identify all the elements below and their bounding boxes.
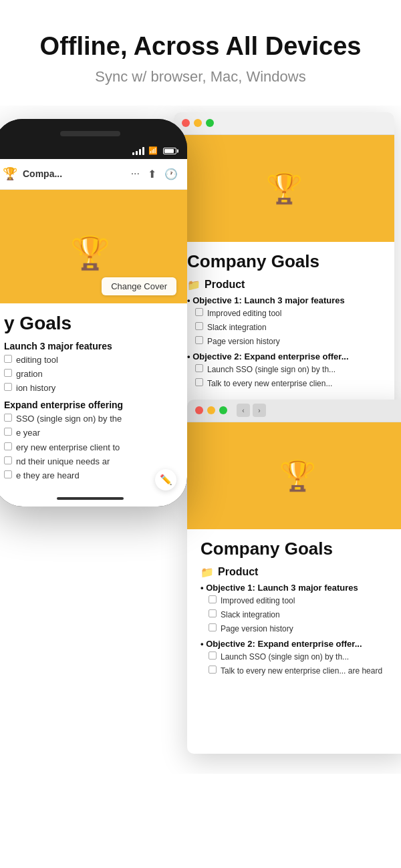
more-icon[interactable]: ··· — [131, 168, 140, 180]
checkbox-icon[interactable] — [209, 652, 217, 660]
phone-checkbox-item: e they are heard — [4, 470, 176, 482]
browser-titlebar-1 — [174, 112, 394, 135]
phone-cover: 🏆 Change Cover — [0, 190, 187, 303]
phone-objective-1: Launch 3 major features — [4, 341, 176, 351]
browser-item-text: Improved editing tool — [207, 307, 281, 319]
checkbox-icon[interactable] — [4, 456, 12, 464]
browser-section-label-2: Product — [218, 566, 258, 578]
browser-section-label-1: Product — [205, 279, 245, 291]
browser-list-item: Page version history — [209, 623, 394, 635]
phone-objective-2: Expand enterprise offering — [4, 400, 176, 410]
phone-checkbox-item: e year — [4, 427, 176, 439]
phone-toolbar-title: Compa... — [23, 168, 126, 179]
phone-checkbox-item: SSO (single sign on) by the — [4, 413, 176, 425]
browser-item-text: Page version history — [207, 335, 280, 347]
browser-page-title-1: Company Goals — [187, 251, 381, 272]
checkbox-icon[interactable] — [209, 623, 217, 631]
phone-bottom-bar — [0, 497, 187, 500]
browser-cover-2: 🏆 — [187, 422, 401, 529]
checkbox-icon[interactable] — [4, 383, 12, 391]
browser-item-text: Page version history — [221, 623, 293, 635]
checkbox-icon[interactable] — [4, 442, 12, 450]
maximize-window-icon[interactable] — [206, 119, 214, 127]
phone-item-text: nd their unique needs ar — [16, 456, 110, 468]
browser-section-header-1: 📁 Product — [187, 279, 381, 291]
browser-page-title-2: Company Goals — [200, 539, 394, 559]
wifi-icon: 📶 — [148, 146, 158, 155]
checkbox-icon[interactable] — [195, 308, 203, 316]
browser-cover-1: 🏆 — [174, 135, 394, 242]
phone-checkbox-item: editing tool — [4, 354, 176, 366]
checkbox-icon[interactable] — [4, 414, 12, 422]
maximize-window-icon[interactable] — [219, 406, 227, 414]
devices-section: 📶 🏆 Compa... ··· ⬆ 🕐 🏆 Change Cover y Go… — [0, 106, 401, 774]
phone-item-text: editing tool — [16, 354, 58, 366]
checkbox-icon[interactable] — [4, 428, 12, 436]
browser-content-2: 🏆 Company Goals 📁 Product Objective 1: L… — [187, 422, 401, 690]
browser-list-item: Talk to every new enterprise clien... ar… — [209, 665, 394, 677]
phone-notch-area — [0, 119, 187, 143]
phone-body-content: y Goals Launch 3 major features editing … — [0, 303, 187, 495]
browser-objective-1b: Objective 2: Expand enterprise offer... — [187, 351, 381, 361]
browser-body-2: Company Goals 📁 Product Objective 1: Lau… — [187, 529, 401, 690]
phone-status-bar: 📶 — [0, 143, 187, 159]
browser-item-text: Improved editing tool — [221, 595, 295, 607]
browser-objective-2b: Objective 2: Expand enterprise offer... — [200, 639, 394, 649]
checkbox-icon[interactable] — [4, 355, 12, 363]
edit-button[interactable]: ✏️ — [155, 469, 176, 490]
browser-list-item: Slack integration — [195, 321, 381, 333]
browser-item-text: Slack integration — [221, 609, 280, 621]
browser-item-text: Slack integration — [207, 321, 267, 333]
browser-content-1: 🏆 Company Goals 📁 Product Objective 1: L… — [174, 135, 394, 402]
trophy-icon: 🏆 — [3, 166, 17, 181]
close-window-icon[interactable] — [195, 406, 203, 414]
checkbox-icon[interactable] — [195, 364, 203, 372]
checkbox-icon[interactable] — [195, 322, 203, 330]
header-title: Offline, Across All Devices — [20, 32, 381, 61]
minimize-window-icon[interactable] — [194, 119, 202, 127]
phone-toolbar: 🏆 Compa... ··· ⬆ 🕐 — [0, 159, 187, 190]
history-icon[interactable]: 🕐 — [164, 168, 178, 180]
browser-item-text: Talk to every new enterprise clien... ar… — [221, 665, 382, 677]
forward-button[interactable]: › — [253, 404, 266, 417]
browser-objective-2a: Objective 1: Launch 3 major features — [200, 583, 394, 593]
signal-bars-icon — [132, 147, 144, 155]
browser-nav-buttons: ‹ › — [237, 404, 266, 417]
phone-item-text: e they are heard — [16, 470, 80, 482]
browser-trophy-icon: 🏆 — [266, 171, 303, 206]
folder-icon: 📁 — [200, 566, 214, 579]
header-subtitle: Sync w/ browser, Mac, Windows — [20, 68, 381, 86]
browser-body-1: Company Goals 📁 Product Objective 1: Lau… — [174, 242, 394, 402]
browser-list-item: Slack integration — [209, 609, 394, 621]
back-button[interactable]: ‹ — [237, 404, 250, 417]
phone-item-text: e year — [16, 427, 40, 439]
browser-titlebar-2: ‹ › — [187, 400, 401, 422]
browser-list-item: Launch SSO (single sign on) by th... — [209, 651, 394, 663]
browser-trophy-icon: 🏆 — [279, 458, 316, 493]
browser-list-item: Talk to every new enterprise clien... — [195, 378, 381, 390]
phone-item-text: ion history — [16, 382, 55, 394]
change-cover-button[interactable]: Change Cover — [102, 277, 176, 295]
browser-item-text: Talk to every new enterprise clien... — [207, 378, 332, 390]
share-icon[interactable]: ⬆ — [148, 168, 156, 180]
phone-item-text: ery new enterprise client to — [16, 442, 120, 454]
checkbox-icon[interactable] — [4, 369, 12, 377]
checkbox-icon[interactable] — [209, 666, 217, 674]
checkbox-icon[interactable] — [195, 336, 203, 344]
folder-icon: 📁 — [187, 279, 200, 291]
browser-list-item: Improved editing tool — [195, 307, 381, 319]
phone-item-text: gration — [16, 368, 43, 380]
checkbox-icon[interactable] — [195, 378, 203, 386]
checkbox-icon[interactable] — [4, 470, 12, 478]
browser-window-1: 🏆 Company Goals 📁 Product Objective 1: L… — [174, 112, 394, 406]
phone-notch — [60, 131, 120, 136]
browser-item-text: Launch SSO (single sign on) by th... — [221, 651, 349, 663]
minimize-window-icon[interactable] — [207, 406, 215, 414]
browser-list-item: Page version history — [195, 335, 381, 347]
checkbox-icon[interactable] — [209, 609, 217, 617]
browser-list-item: Launch SSO (single sign on) by th... — [195, 364, 381, 376]
checkbox-icon[interactable] — [209, 595, 217, 603]
phone-item-text: SSO (single sign on) by the — [16, 413, 122, 425]
phone-mockup: 📶 🏆 Compa... ··· ⬆ 🕐 🏆 Change Cover y Go… — [0, 119, 187, 507]
phone-checkbox-item: ery new enterprise client to — [4, 442, 176, 454]
